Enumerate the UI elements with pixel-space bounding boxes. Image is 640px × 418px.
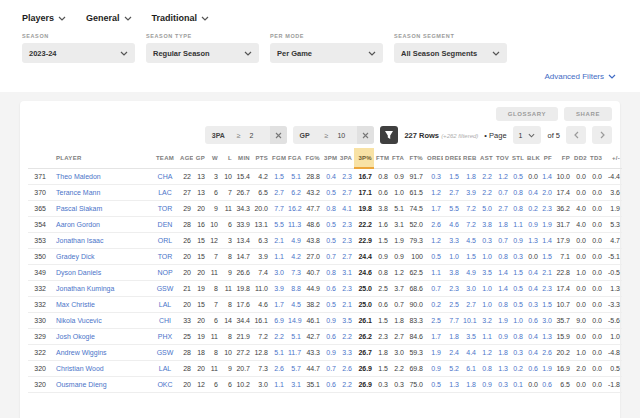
stat-cell[interactable]: 3.1 [338,265,354,281]
filter-funnel-button[interactable] [380,126,398,144]
stat-cell[interactable]: 0.4 [322,168,338,185]
stat-cell[interactable]: 0.5 [322,297,338,313]
stat-cell[interactable]: 2.3 [338,217,354,233]
stat-cell[interactable]: 0.4 [525,329,540,345]
stat-cell[interactable]: 2.6 [540,345,554,361]
stat-cell[interactable]: 3.2 [478,313,494,329]
column-header-fta[interactable]: FTA [390,148,406,168]
stat-cell[interactable]: 3.5 [461,329,478,345]
stat-cell[interactable]: 0.8 [494,297,510,313]
stat-cell[interactable]: 0.7 [425,281,443,297]
stat-cell[interactable]: 0.7 [322,361,338,377]
stat-cell[interactable]: 2.7 [338,185,354,201]
team-link[interactable]: TOR [158,205,173,212]
stat-cell[interactable]: 2.0 [540,185,554,201]
stat-cell[interactable]: 7.7 [443,313,461,329]
player-link[interactable]: Pascal Siakam [56,205,102,212]
stat-cell[interactable]: 1.0 [478,297,494,313]
glossary-button[interactable]: GLOSSARY [496,107,558,121]
stat-cell[interactable]: 0.8 [322,265,338,281]
stat-cell[interactable]: 7.7 [270,201,286,217]
stat-cell[interactable]: 0.7 [322,249,338,265]
column-header-td3[interactable]: TD3 [588,148,604,168]
stat-cell[interactable]: 11.7 [286,345,303,361]
stat-cell[interactable]: 0.7 [494,185,510,201]
stat-cell[interactable]: 2.2 [270,329,286,345]
stat-cell[interactable]: 4.9 [461,265,478,281]
stat-cell[interactable]: 0.9 [478,377,494,393]
player-link[interactable]: Gradey Dick [56,253,95,260]
stat-cell[interactable]: 5.1 [286,168,303,185]
player-link[interactable]: Andrew Wiggins [56,349,107,356]
stat-cell[interactable]: 1.1 [478,329,494,345]
stat-cell[interactable]: 2.7 [270,185,286,201]
column-header-ft[interactable]: FT% [406,148,425,168]
stat-cell[interactable]: 0.9 [425,361,443,377]
filter-chip-gp[interactable]: GP ≥ 10 [293,126,375,144]
stat-cell[interactable]: 1.5 [540,297,554,313]
stat-cell[interactable]: 1.2 [425,185,443,201]
stat-cell[interactable]: 0.5 [425,377,443,393]
column-header-ftm[interactable]: FTM [374,148,390,168]
per-mode-select[interactable]: Per Game [270,43,383,63]
stat-cell[interactable]: 1.7 [270,297,286,313]
column-header-age[interactable]: AGE [178,148,193,168]
team-link[interactable]: PHX [158,333,172,340]
stat-cell[interactable]: 0.8 [510,185,525,201]
stat-cell[interactable]: 2.2 [338,377,354,393]
stat-cell[interactable]: 1.1 [425,265,443,281]
stat-cell[interactable]: 1.0 [478,249,494,265]
stat-cell[interactable]: 11.3 [286,217,303,233]
tab-general[interactable]: General [86,13,132,23]
stat-cell[interactable]: 0.6 [322,281,338,297]
stat-cell[interactable]: 0.5 [322,217,338,233]
stat-cell[interactable]: 4.5 [286,297,303,313]
stat-cell[interactable]: 3.0 [270,265,286,281]
stat-cell[interactable]: 1.5 [510,265,525,281]
stat-cell[interactable]: 0.6 [322,329,338,345]
stat-cell[interactable]: 3.9 [270,281,286,297]
stat-cell[interactable]: 5.1 [270,345,286,361]
stat-cell[interactable]: 2.7 [338,249,354,265]
stat-cell[interactable]: 3.8 [478,217,494,233]
stat-cell[interactable]: 1.3 [443,377,461,393]
stat-cell[interactable]: 1.3 [494,361,510,377]
column-header-blk[interactable]: BLK [525,148,540,168]
player-link[interactable]: Ousmane Dieng [56,381,107,388]
stat-cell[interactable]: 10.1 [461,313,478,329]
season-type-select[interactable]: Regular Season [146,43,259,63]
team-link[interactable]: CHI [159,317,171,324]
stat-cell[interactable]: 2.2 [478,168,494,185]
stat-cell[interactable]: 7.2 [461,201,478,217]
stat-cell[interactable]: 2.5 [425,313,443,329]
stat-cell[interactable]: 3.0 [540,313,554,329]
stat-cell[interactable]: 0.9 [510,233,525,249]
stat-cell[interactable]: 0.4 [525,265,540,281]
stat-cell[interactable]: 1.8 [461,377,478,393]
tab-traditional[interactable]: Traditional [152,13,210,23]
stat-cell[interactable]: 0.3 [494,377,510,393]
stat-cell[interactable]: 1.2 [425,233,443,249]
stat-cell[interactable]: 1.8 [443,329,461,345]
stat-cell[interactable]: 0.9 [322,345,338,361]
stat-cell[interactable]: 2.3 [338,281,354,297]
team-link[interactable]: ORL [158,237,172,244]
stat-cell[interactable]: 1.4 [540,168,554,185]
stat-cell[interactable]: 3.1 [286,377,303,393]
stat-cell[interactable]: 0.6 [525,361,540,377]
stat-cell[interactable]: 0.8 [478,361,494,377]
stat-cell[interactable]: 0.3 [478,233,494,249]
stat-cell[interactable]: 5.5 [270,217,286,233]
team-link[interactable]: GSW [157,349,174,356]
stat-cell[interactable]: 1.9 [540,217,554,233]
stat-cell[interactable]: 1.1 [270,249,286,265]
stat-cell[interactable]: 1.4 [540,233,554,249]
stat-cell[interactable]: 5.0 [478,201,494,217]
stat-cell[interactable]: 3.5 [478,265,494,281]
stat-cell[interactable]: 0.5 [510,297,525,313]
stat-cell[interactable]: 0.2 [425,297,443,313]
stat-cell[interactable]: 2.1 [338,297,354,313]
column-header-3pa[interactable]: 3PA [338,148,354,168]
share-button[interactable]: SHARE [564,107,612,121]
stat-cell[interactable]: 4.1 [338,201,354,217]
